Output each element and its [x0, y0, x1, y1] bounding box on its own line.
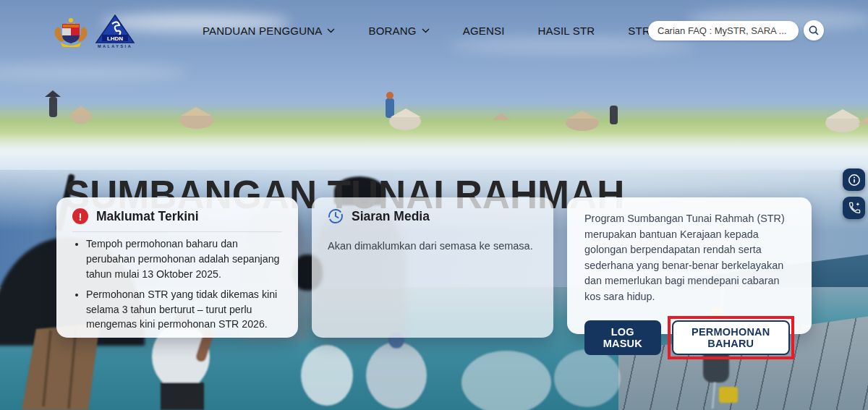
info-cards-row: ! Maklumat Terkini Tempoh permohonan bah…: [56, 197, 812, 338]
search-icon: [808, 25, 820, 36]
announcement-list: Tempoh permohonan baharu dan perubahan p…: [72, 236, 282, 332]
top-navbar: LHDN MALAYSIA PANDUAN PENGGUNA BORANG AG…: [0, 0, 868, 61]
log-masuk-button[interactable]: LOG MASUK: [584, 320, 661, 355]
nav-item-borang[interactable]: BORANG: [368, 25, 429, 37]
contact-fab-button[interactable]: [843, 197, 865, 219]
malaysia-coat-of-arms-logo: [52, 17, 90, 47]
card-program-str: Program Sumbangan Tunai Rahmah (STR) mer…: [567, 197, 812, 334]
lhdn-malaysia-logo: LHDN MALAYSIA: [95, 14, 135, 48]
str-landing-page: LHDN MALAYSIA PANDUAN PENGGUNA BORANG AG…: [0, 0, 868, 410]
info-fab-button[interactable]: [843, 168, 865, 191]
program-description: Program Sumbangan Tunai Rahmah (STR) mer…: [584, 211, 794, 305]
nav-item-label: AGENSI: [463, 25, 505, 37]
faq-search: [648, 20, 824, 40]
permohonan-baharu-button[interactable]: PERMOHONAN BAHARU: [672, 320, 790, 355]
nav-item-label: HASIL STR: [538, 25, 595, 37]
card-title: Siaran Media: [352, 209, 430, 224]
info-icon: [848, 174, 861, 187]
nav-item-label: PANDUAN PENGGUNA: [203, 25, 322, 37]
cloud: [0, 64, 188, 81]
red-highlight-annotation: PERMOHONAN BAHARU: [668, 316, 794, 359]
card-header: Siaran Media: [328, 208, 537, 224]
search-input[interactable]: [648, 21, 799, 40]
announcement-item: Permohonan STR yang tidak dikemas kini s…: [86, 287, 282, 333]
svg-text:LHDN: LHDN: [107, 35, 123, 42]
main-menu: PANDUAN PENGGUNA BORANG AGENSI HASIL STR…: [203, 0, 678, 61]
card-maklumat-terkini: ! Maklumat Terkini Tempoh permohonan bah…: [56, 197, 298, 338]
search-button[interactable]: [804, 20, 824, 40]
nav-item-panduan-pengguna[interactable]: PANDUAN PENGGUNA: [203, 25, 335, 37]
nav-item-label: BORANG: [368, 25, 416, 37]
chevron-down-icon: [327, 28, 335, 33]
nav-item-agensi[interactable]: AGENSI: [463, 25, 505, 37]
card-actions: LOG MASUK PERMOHONAN BAHARU: [584, 316, 794, 359]
card-title: Maklumat Terkini: [96, 209, 199, 224]
announcement-item: Tempoh permohonan baharu dan perubahan p…: [86, 236, 282, 282]
card-siaran-media: Siaran Media Akan dimaklumkan dari semas…: [312, 197, 553, 338]
phone-plus-icon: [848, 202, 861, 215]
alert-icon: !: [72, 208, 88, 224]
svg-text:MALAYSIA: MALAYSIA: [98, 44, 132, 48]
card-body-text: Akan dimaklumkan dari semasa ke semasa.: [328, 239, 537, 255]
card-header: ! Maklumat Terkini: [72, 208, 282, 224]
divider: [72, 231, 282, 232]
clock-icon: [328, 208, 344, 224]
nav-item-hasil-str[interactable]: HASIL STR: [538, 25, 595, 37]
chevron-down-icon: [422, 28, 430, 33]
